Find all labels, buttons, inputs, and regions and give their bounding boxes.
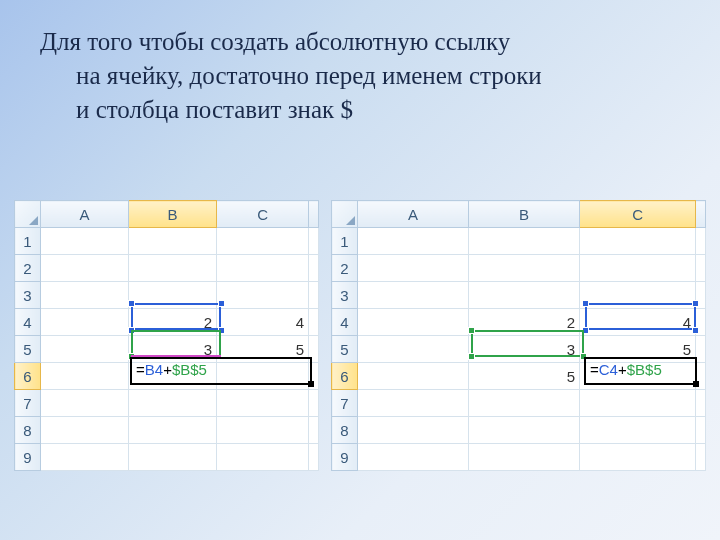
row-header-5[interactable]: 5 xyxy=(332,336,358,363)
cell[interactable] xyxy=(358,228,469,255)
select-all-corner[interactable] xyxy=(332,201,358,228)
cell[interactable] xyxy=(696,444,706,471)
cell[interactable] xyxy=(41,390,129,417)
cell[interactable] xyxy=(309,282,319,309)
cell[interactable] xyxy=(217,363,309,390)
cell[interactable] xyxy=(309,228,319,255)
cell-C4[interactable]: 4 xyxy=(217,309,309,336)
cell[interactable] xyxy=(129,390,217,417)
cell[interactable] xyxy=(217,417,309,444)
col-header-A[interactable]: A xyxy=(41,201,129,228)
cell[interactable] xyxy=(469,228,580,255)
cell[interactable] xyxy=(358,363,469,390)
cell-B4[interactable]: 2 xyxy=(469,309,580,336)
row-header-3[interactable]: 3 xyxy=(15,282,41,309)
row-header-8[interactable]: 8 xyxy=(332,417,358,444)
cell[interactable] xyxy=(469,282,580,309)
cell[interactable] xyxy=(469,390,580,417)
cell[interactable] xyxy=(469,444,580,471)
select-all-corner[interactable] xyxy=(15,201,41,228)
cell[interactable] xyxy=(309,417,319,444)
cell[interactable] xyxy=(580,444,696,471)
row-header-7[interactable]: 7 xyxy=(332,390,358,417)
cell[interactable] xyxy=(358,444,469,471)
grid-left[interactable]: A B C 1 2 3 424 535 6 7 8 9 xyxy=(14,200,319,471)
cell[interactable] xyxy=(41,255,129,282)
cell[interactable] xyxy=(217,390,309,417)
col-header-A[interactable]: A xyxy=(358,201,469,228)
cell[interactable] xyxy=(696,363,706,390)
cell[interactable] xyxy=(469,417,580,444)
cell[interactable] xyxy=(41,417,129,444)
cell[interactable] xyxy=(358,390,469,417)
row-header-2[interactable]: 2 xyxy=(332,255,358,282)
cell[interactable] xyxy=(358,309,469,336)
row-header-9[interactable]: 9 xyxy=(332,444,358,471)
row-header-6[interactable]: 6 xyxy=(15,363,41,390)
cell-C5[interactable]: 5 xyxy=(217,336,309,363)
formula-eq: = xyxy=(136,361,145,378)
col-header-C[interactable]: C xyxy=(580,201,696,228)
cell[interactable] xyxy=(129,417,217,444)
cell[interactable] xyxy=(696,228,706,255)
cell[interactable] xyxy=(217,282,309,309)
cell[interactable] xyxy=(41,363,129,390)
cell[interactable] xyxy=(696,282,706,309)
cell[interactable] xyxy=(41,336,129,363)
cell[interactable] xyxy=(41,228,129,255)
cell[interactable] xyxy=(129,255,217,282)
cell[interactable] xyxy=(309,255,319,282)
cell[interactable] xyxy=(696,390,706,417)
row-header-1[interactable]: 1 xyxy=(15,228,41,255)
cell-B6[interactable]: 5 xyxy=(469,363,580,390)
cell[interactable] xyxy=(469,255,580,282)
cell[interactable] xyxy=(309,336,319,363)
cell[interactable] xyxy=(580,417,696,444)
cell[interactable] xyxy=(309,363,319,390)
row-header-8[interactable]: 8 xyxy=(15,417,41,444)
formula-abs: $B$5 xyxy=(172,361,207,378)
row-header-2[interactable]: 2 xyxy=(15,255,41,282)
cell[interactable] xyxy=(129,444,217,471)
cell[interactable] xyxy=(580,255,696,282)
cell[interactable] xyxy=(41,444,129,471)
cell[interactable] xyxy=(217,255,309,282)
cell[interactable] xyxy=(358,282,469,309)
cell[interactable] xyxy=(129,282,217,309)
col-header-C[interactable]: C xyxy=(217,201,309,228)
row-header-4[interactable]: 4 xyxy=(332,309,358,336)
grid-right[interactable]: A B C 1 2 3 424 535 65 7 8 9 xyxy=(331,200,706,471)
row-header-1[interactable]: 1 xyxy=(332,228,358,255)
cell[interactable] xyxy=(580,390,696,417)
cell[interactable] xyxy=(358,255,469,282)
cell[interactable] xyxy=(696,255,706,282)
cell[interactable] xyxy=(696,336,706,363)
cell[interactable] xyxy=(358,336,469,363)
cell[interactable] xyxy=(309,309,319,336)
cell-C5[interactable]: 5 xyxy=(580,336,696,363)
col-header-B[interactable]: B xyxy=(469,201,580,228)
cell[interactable] xyxy=(696,309,706,336)
row-header-5[interactable]: 5 xyxy=(15,336,41,363)
cell[interactable] xyxy=(41,309,129,336)
row-header-6[interactable]: 6 xyxy=(332,363,358,390)
cell[interactable] xyxy=(129,228,217,255)
cell[interactable] xyxy=(358,417,469,444)
row-header-9[interactable]: 9 xyxy=(15,444,41,471)
cell[interactable] xyxy=(217,228,309,255)
row-header-7[interactable]: 7 xyxy=(15,390,41,417)
row-header-3[interactable]: 3 xyxy=(332,282,358,309)
cell[interactable] xyxy=(41,282,129,309)
cell[interactable] xyxy=(580,282,696,309)
cell[interactable] xyxy=(217,444,309,471)
cell-C4[interactable]: 4 xyxy=(580,309,696,336)
row-header-4[interactable]: 4 xyxy=(15,309,41,336)
cell[interactable] xyxy=(696,417,706,444)
cell[interactable] xyxy=(309,444,319,471)
cell[interactable] xyxy=(580,228,696,255)
cell[interactable] xyxy=(309,390,319,417)
cell-B5[interactable]: 3 xyxy=(469,336,580,363)
col-header-B[interactable]: B xyxy=(129,201,217,228)
cell-B4[interactable]: 2 xyxy=(129,309,217,336)
cell-B5[interactable]: 3 xyxy=(129,336,217,363)
